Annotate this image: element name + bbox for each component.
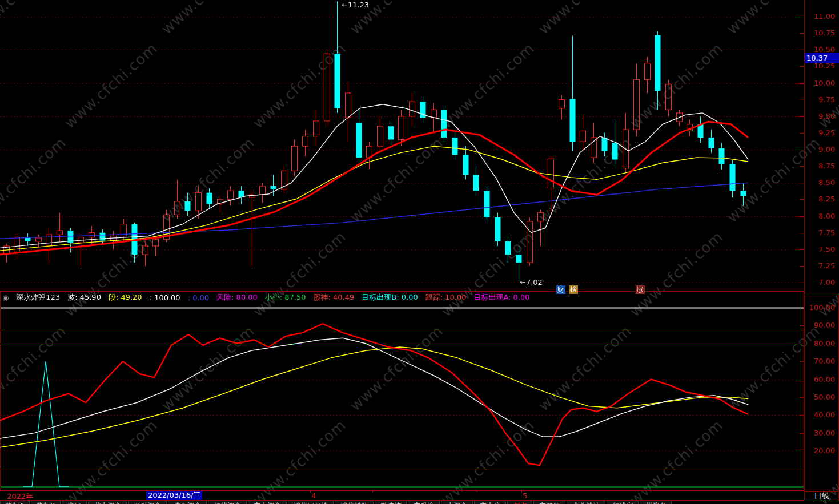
price-axis-label: 9.00 bbox=[808, 145, 835, 154]
indicator-param: 深水炸弹123 bbox=[16, 292, 60, 303]
date-tick bbox=[310, 491, 311, 493]
bottom-tab[interactable]: 大资金 bbox=[441, 501, 473, 504]
price-axis-label: 9.25 bbox=[808, 128, 835, 137]
price-axis-label: 7.25 bbox=[808, 261, 835, 270]
indicator-axis-label: 20.00 bbox=[808, 446, 835, 455]
bottom-tab[interactable]: 龙头战法 bbox=[567, 501, 605, 504]
event-badge: 榜 bbox=[569, 285, 578, 294]
bottom-tab[interactable]: 两融资金 bbox=[128, 501, 167, 504]
bottom-tab[interactable]: 港汇资金 bbox=[168, 501, 207, 504]
price-axis-label: 10.25 bbox=[808, 62, 835, 70]
indicator-canvas[interactable] bbox=[0, 291, 804, 491]
indicator-axis-label: 60.00 bbox=[808, 375, 835, 384]
price-axis-label: 10.75 bbox=[808, 29, 835, 37]
indicator-param: 股神: 40.49 bbox=[314, 292, 355, 303]
price-axis-label: 8.50 bbox=[808, 178, 835, 187]
bottom-tab[interactable]: 散户坑 bbox=[375, 501, 407, 504]
bottom-tab[interactable]: 主题股 bbox=[533, 501, 565, 504]
last-price-badge: 10.37 bbox=[805, 53, 839, 63]
indicator-axis-label: 100.00 bbox=[808, 303, 835, 312]
indicator-param: 目标出现A: 0.00 bbox=[473, 292, 529, 303]
bottom-tab[interactable]: 主力庄 bbox=[474, 501, 506, 504]
price-axis-label: 8.25 bbox=[808, 195, 835, 203]
indicator-axis-label: 40.00 bbox=[808, 410, 835, 419]
bottom-tab[interactable]: 短线宝 bbox=[607, 501, 639, 504]
price-axis-label: 9.75 bbox=[808, 95, 835, 104]
month-label: 5 bbox=[523, 491, 527, 500]
price-axis-label: 7.00 bbox=[808, 278, 835, 287]
bottom-tab[interactable]: 主力资金 bbox=[248, 501, 287, 504]
indicator-param: : 100.00 bbox=[150, 293, 180, 302]
price-axis-label: 9.50 bbox=[808, 112, 835, 120]
panel-separator bbox=[0, 291, 804, 292]
date-tick bbox=[521, 491, 522, 493]
indicator-axis-label: 30.00 bbox=[808, 429, 835, 437]
event-badge: 财 bbox=[556, 285, 565, 294]
collapse-indicator-icon[interactable]: ◉ bbox=[2, 293, 9, 302]
indicator-param: 小心: 87.50 bbox=[265, 292, 306, 303]
indicator-axis-label: 80.00 bbox=[808, 339, 835, 348]
price-axis-label: 7.75 bbox=[808, 228, 835, 237]
event-badge: 涨 bbox=[636, 285, 645, 294]
stock-app-window: www.cfchi.comwww.cfchi.comwww.cfchi.comw… bbox=[0, 0, 839, 504]
price-axis-label: 8.00 bbox=[808, 212, 835, 220]
indicator-param: : 0.00 bbox=[188, 293, 209, 302]
date-tick bbox=[372, 491, 373, 493]
indicator-param: 目标出现B: 0.00 bbox=[362, 292, 418, 303]
bottom-tab[interactable]: 窗口 bbox=[62, 501, 87, 504]
bottom-tab[interactable]: 涨停回马枪 bbox=[288, 501, 334, 504]
period-selector[interactable]: 日线 bbox=[804, 491, 839, 501]
indicator-axis-label: 50.00 bbox=[808, 393, 835, 401]
bottom-tab-bar: 指标A指标B窗口北上资金两融资金港汇资金短线资金主力资金涨停回马枪涨停梯队散户坑… bbox=[0, 501, 839, 504]
indicator-axis-label: 70.00 bbox=[808, 357, 835, 365]
price-axis-label: 7.50 bbox=[808, 245, 835, 253]
price-axis-label: 11.00 bbox=[808, 12, 835, 21]
indicator-param: 风险: 80.00 bbox=[216, 292, 258, 303]
price-axis-label: 10.00 bbox=[808, 79, 835, 87]
bottom-tab[interactable]: 涨停梯队 bbox=[335, 501, 374, 504]
indicator-axis-label: 90.00 bbox=[808, 321, 835, 329]
indicator-header: ◉ 深水炸弹123波: 45.90段: 49.20: 100.00: 0.00风… bbox=[2, 292, 530, 303]
indicator-param: 跟踪: 10.00 bbox=[425, 292, 467, 303]
indicator-param: 波: 45.90 bbox=[67, 292, 101, 303]
date-tick bbox=[477, 491, 477, 493]
bottom-tab[interactable]: 买点 bbox=[507, 501, 532, 504]
bottom-tab[interactable]: 短线资金 bbox=[208, 501, 247, 504]
selected-date-label: 2022/03/16/三 bbox=[146, 491, 202, 500]
candlestick-canvas[interactable] bbox=[0, 0, 804, 291]
bottom-tab[interactable]: 指标B bbox=[31, 501, 61, 504]
indicator-param: 段: 49.20 bbox=[109, 292, 142, 303]
bottom-tab[interactable]: 模拟盘 bbox=[640, 501, 672, 504]
price-axis-label: 8.75 bbox=[808, 162, 835, 170]
high-price-annotation: ←11.23 bbox=[342, 1, 369, 9]
bottom-tab[interactable]: 主升浪 bbox=[408, 501, 440, 504]
date-axis: 2022年 2022/03/16/三 45 bbox=[0, 491, 804, 501]
price-axis-label: 10.50 bbox=[808, 45, 835, 54]
low-price-annotation: ←7.02 bbox=[520, 278, 543, 287]
bottom-tab[interactable]: 指标A bbox=[0, 501, 30, 504]
bottom-tab[interactable]: 北上资金 bbox=[88, 501, 127, 504]
month-label: 4 bbox=[311, 491, 316, 500]
